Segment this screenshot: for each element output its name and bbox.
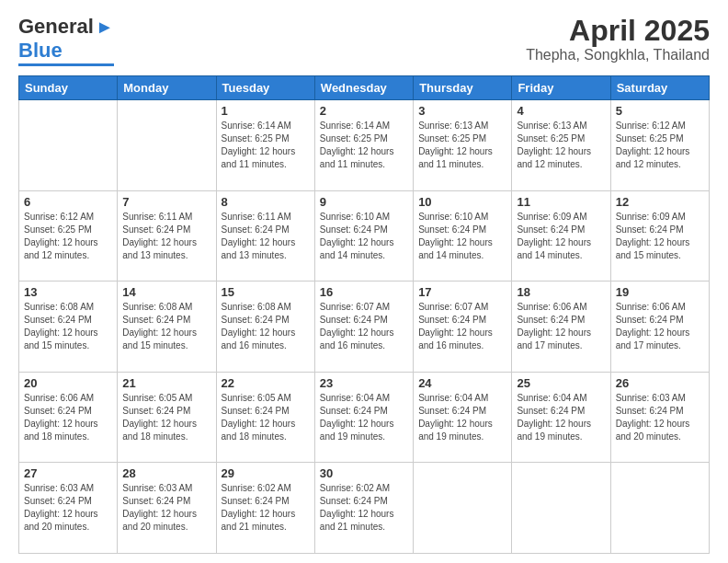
daylight-text: Daylight: 12 hours and 20 minutes.	[616, 418, 704, 443]
day-number: 9	[320, 195, 408, 209]
calendar-cell	[610, 463, 709, 554]
daylight-text: Daylight: 12 hours and 15 minutes.	[616, 236, 704, 262]
logo: General ► Blue	[18, 15, 114, 66]
sunset-text: Sunset: 6:24 PM	[517, 224, 605, 236]
sunset-text: Sunset: 6:25 PM	[616, 132, 704, 145]
daylight-text: Daylight: 12 hours and 18 minutes.	[222, 418, 310, 443]
calendar-cell: 11Sunrise: 6:09 AMSunset: 6:24 PMDayligh…	[512, 190, 610, 282]
calendar-cell: 4Sunrise: 6:13 AMSunset: 6:25 PMDaylight…	[512, 100, 610, 191]
col-header-thursday: Thursday	[414, 76, 512, 100]
sunset-text: Sunset: 6:25 PM	[517, 132, 605, 145]
sunset-text: Sunset: 6:24 PM	[616, 405, 704, 418]
sunset-text: Sunset: 6:24 PM	[24, 405, 112, 418]
page: General ► Blue April 2025 Thepha, Songkh…	[0, 0, 728, 563]
daylight-text: Daylight: 12 hours and 17 minutes.	[616, 327, 704, 352]
daylight-text: Daylight: 12 hours and 19 minutes.	[517, 418, 605, 443]
day-number: 22	[222, 376, 310, 390]
calendar-cell: 30Sunrise: 6:02 AMSunset: 6:24 PMDayligh…	[314, 463, 413, 554]
day-info: Sunrise: 6:09 AMSunset: 6:24 PMDaylight:…	[517, 211, 605, 262]
daylight-text: Daylight: 12 hours and 11 minutes.	[222, 145, 310, 171]
day-number: 23	[320, 376, 408, 390]
sunset-text: Sunset: 6:24 PM	[320, 314, 408, 327]
sunset-text: Sunset: 6:24 PM	[222, 224, 310, 236]
day-info: Sunrise: 6:14 AMSunset: 6:25 PMDaylight:…	[222, 120, 310, 171]
calendar-cell: 7Sunrise: 6:11 AMSunset: 6:24 PMDaylight…	[118, 190, 216, 282]
day-number: 2	[320, 104, 408, 118]
daylight-text: Daylight: 12 hours and 17 minutes.	[517, 327, 605, 352]
sunrise-text: Sunrise: 6:12 AM	[24, 211, 112, 224]
sunrise-text: Sunrise: 6:08 AM	[122, 301, 210, 314]
calendar-cell: 24Sunrise: 6:04 AMSunset: 6:24 PMDayligh…	[414, 372, 512, 463]
sunrise-text: Sunrise: 6:14 AM	[320, 120, 408, 132]
sunset-text: Sunset: 6:24 PM	[418, 314, 506, 327]
daylight-text: Daylight: 12 hours and 16 minutes.	[320, 327, 408, 352]
day-info: Sunrise: 6:06 AMSunset: 6:24 PMDaylight:…	[24, 392, 112, 443]
sunrise-text: Sunrise: 6:04 AM	[320, 392, 408, 405]
day-info: Sunrise: 6:04 AMSunset: 6:24 PMDaylight:…	[418, 392, 506, 443]
day-number: 28	[122, 466, 210, 480]
day-info: Sunrise: 6:08 AMSunset: 6:24 PMDaylight:…	[122, 301, 210, 352]
day-number: 10	[418, 195, 506, 209]
sunrise-text: Sunrise: 6:06 AM	[616, 301, 704, 314]
day-number: 7	[122, 195, 210, 209]
sunset-text: Sunset: 6:25 PM	[222, 132, 310, 145]
logo-general-text: General	[18, 15, 94, 39]
sunrise-text: Sunrise: 6:06 AM	[517, 301, 605, 314]
sunset-text: Sunset: 6:25 PM	[418, 132, 506, 145]
day-number: 4	[517, 104, 605, 118]
calendar-cell: 23Sunrise: 6:04 AMSunset: 6:24 PMDayligh…	[314, 372, 413, 463]
daylight-text: Daylight: 12 hours and 14 minutes.	[517, 236, 605, 262]
day-number: 13	[24, 285, 112, 299]
calendar-cell: 22Sunrise: 6:05 AMSunset: 6:24 PMDayligh…	[216, 372, 314, 463]
daylight-text: Daylight: 12 hours and 18 minutes.	[122, 418, 210, 443]
day-number: 26	[616, 376, 704, 390]
sunset-text: Sunset: 6:24 PM	[122, 224, 210, 236]
sunrise-text: Sunrise: 6:08 AM	[24, 301, 112, 314]
calendar-cell: 6Sunrise: 6:12 AMSunset: 6:25 PMDaylight…	[19, 190, 118, 282]
day-info: Sunrise: 6:12 AMSunset: 6:25 PMDaylight:…	[616, 120, 704, 171]
calendar-cell: 20Sunrise: 6:06 AMSunset: 6:24 PMDayligh…	[19, 372, 118, 463]
header: General ► Blue April 2025 Thepha, Songkh…	[18, 15, 710, 66]
sunrise-text: Sunrise: 6:11 AM	[122, 211, 210, 224]
calendar-subtitle: Thepha, Songkhla, Thailand	[526, 47, 710, 63]
sunset-text: Sunset: 6:24 PM	[320, 224, 408, 236]
day-number: 25	[517, 376, 605, 390]
calendar-cell: 1Sunrise: 6:14 AMSunset: 6:25 PMDaylight…	[216, 100, 314, 191]
daylight-text: Daylight: 12 hours and 20 minutes.	[122, 508, 210, 534]
day-number: 19	[616, 285, 704, 299]
logo-bird-icon: ►	[96, 17, 114, 38]
day-info: Sunrise: 6:06 AMSunset: 6:24 PMDaylight:…	[616, 301, 704, 352]
day-info: Sunrise: 6:06 AMSunset: 6:24 PMDaylight:…	[517, 301, 605, 352]
daylight-text: Daylight: 12 hours and 19 minutes.	[418, 418, 506, 443]
day-number: 17	[418, 285, 506, 299]
day-info: Sunrise: 6:08 AMSunset: 6:24 PMDaylight:…	[222, 301, 310, 352]
day-info: Sunrise: 6:13 AMSunset: 6:25 PMDaylight:…	[517, 120, 605, 171]
sunset-text: Sunset: 6:24 PM	[418, 405, 506, 418]
sunset-text: Sunset: 6:25 PM	[24, 224, 112, 236]
calendar-cell: 29Sunrise: 6:02 AMSunset: 6:24 PMDayligh…	[216, 463, 314, 554]
calendar-title: April 2025	[526, 15, 710, 47]
calendar-cell: 18Sunrise: 6:06 AMSunset: 6:24 PMDayligh…	[512, 282, 610, 373]
sunrise-text: Sunrise: 6:05 AM	[122, 392, 210, 405]
col-header-saturday: Saturday	[610, 76, 709, 100]
calendar-cell: 10Sunrise: 6:10 AMSunset: 6:24 PMDayligh…	[414, 190, 512, 282]
daylight-text: Daylight: 12 hours and 12 minutes.	[24, 236, 112, 262]
col-header-sunday: Sunday	[19, 76, 118, 100]
daylight-text: Daylight: 12 hours and 16 minutes.	[418, 327, 506, 352]
sunrise-text: Sunrise: 6:12 AM	[616, 120, 704, 132]
day-number: 6	[24, 195, 112, 209]
day-number: 12	[616, 195, 704, 209]
sunset-text: Sunset: 6:24 PM	[418, 224, 506, 236]
sunset-text: Sunset: 6:24 PM	[24, 495, 112, 508]
calendar-cell	[19, 100, 118, 191]
calendar-cell: 21Sunrise: 6:05 AMSunset: 6:24 PMDayligh…	[118, 372, 216, 463]
day-info: Sunrise: 6:03 AMSunset: 6:24 PMDaylight:…	[122, 482, 210, 534]
daylight-text: Daylight: 12 hours and 21 minutes.	[222, 508, 310, 534]
daylight-text: Daylight: 12 hours and 11 minutes.	[418, 145, 506, 171]
daylight-text: Daylight: 12 hours and 20 minutes.	[24, 508, 112, 534]
calendar-cell: 25Sunrise: 6:04 AMSunset: 6:24 PMDayligh…	[512, 372, 610, 463]
sunrise-text: Sunrise: 6:08 AM	[222, 301, 310, 314]
sunrise-text: Sunrise: 6:09 AM	[517, 211, 605, 224]
calendar-cell: 14Sunrise: 6:08 AMSunset: 6:24 PMDayligh…	[118, 282, 216, 373]
sunrise-text: Sunrise: 6:03 AM	[122, 482, 210, 495]
